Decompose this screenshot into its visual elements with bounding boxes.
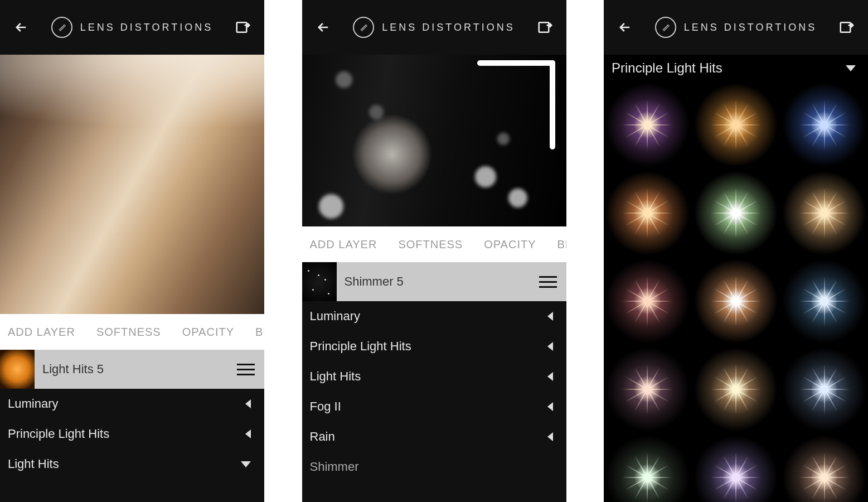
image-preview[interactable] bbox=[302, 55, 566, 226]
logo-icon bbox=[353, 17, 374, 38]
app-brand: LENS DISTORTIONS bbox=[655, 17, 817, 38]
effect-swatch[interactable] bbox=[780, 346, 868, 433]
tab-brightness[interactable]: BRIGHTNESS bbox=[557, 238, 566, 251]
logo-icon bbox=[655, 17, 676, 38]
effect-swatch[interactable] bbox=[604, 170, 691, 257]
app-title: LENS DISTORTIONS bbox=[382, 22, 515, 33]
caret-down-icon bbox=[846, 65, 856, 71]
caret-down-icon bbox=[241, 461, 251, 467]
tool-tabs: ADD LAYER SOFTNESS OPACITY BRIGHTNESS bbox=[0, 314, 264, 350]
caret-left-icon bbox=[547, 402, 553, 411]
app-brand: LENS DISTORTIONS bbox=[353, 17, 515, 38]
effect-swatch[interactable] bbox=[780, 170, 868, 257]
category-light-hits[interactable]: Light Hits bbox=[0, 449, 264, 479]
effect-swatch[interactable] bbox=[780, 81, 868, 168]
effect-swatch[interactable] bbox=[604, 434, 691, 502]
export-button[interactable] bbox=[534, 16, 556, 38]
caret-left-icon bbox=[547, 372, 553, 381]
effect-grid bbox=[604, 81, 868, 502]
tab-softness[interactable]: SOFTNESS bbox=[96, 326, 161, 339]
category-principle-light-hits[interactable]: Principle Light Hits bbox=[0, 419, 264, 449]
export-button[interactable] bbox=[232, 16, 254, 38]
category-dropdown[interactable]: Principle Light Hits bbox=[604, 55, 868, 81]
selected-effect-row[interactable]: Light Hits 5 bbox=[0, 350, 264, 389]
back-button[interactable] bbox=[10, 16, 32, 38]
tab-opacity[interactable]: OPACITY bbox=[182, 326, 234, 339]
current-category-label: Principle Light Hits bbox=[612, 60, 722, 76]
caret-left-icon bbox=[547, 312, 553, 321]
back-button[interactable] bbox=[312, 16, 334, 38]
category-luminary[interactable]: Luminary bbox=[0, 389, 264, 419]
category-label: Shimmer bbox=[310, 460, 359, 474]
effect-thumbnail bbox=[302, 262, 337, 301]
tab-brightness[interactable]: BRIGHTNESS bbox=[255, 326, 264, 339]
svg-rect-2 bbox=[841, 22, 851, 32]
effect-swatch[interactable] bbox=[780, 434, 868, 502]
selected-effect-label: Shimmer 5 bbox=[337, 274, 539, 289]
category-label: Luminary bbox=[310, 309, 360, 324]
tab-opacity[interactable]: OPACITY bbox=[484, 238, 536, 251]
app-header: LENS DISTORTIONS bbox=[604, 0, 868, 55]
selected-effect-row[interactable]: Shimmer 5 bbox=[302, 262, 566, 301]
effect-swatch[interactable] bbox=[692, 346, 780, 433]
category-shimmer[interactable]: Shimmer bbox=[302, 452, 566, 482]
caret-left-icon bbox=[547, 342, 553, 351]
tab-add-layer[interactable]: ADD LAYER bbox=[310, 238, 377, 251]
category-list: Luminary Principle Light Hits Light Hits… bbox=[302, 301, 566, 502]
app-screen-2: LENS DISTORTIONS ADD LAYER SOFTNESS OPAC… bbox=[302, 0, 566, 502]
effect-swatch[interactable] bbox=[692, 258, 780, 345]
category-list: Luminary Principle Light Hits Light Hits bbox=[0, 389, 264, 502]
reorder-handle-icon[interactable] bbox=[539, 276, 566, 288]
caret-left-icon bbox=[245, 429, 251, 438]
reorder-handle-icon[interactable] bbox=[236, 364, 264, 375]
category-light-hits[interactable]: Light Hits bbox=[302, 361, 566, 392]
tool-tabs: ADD LAYER SOFTNESS OPACITY BRIGHTNESS bbox=[302, 226, 566, 262]
category-label: Light Hits bbox=[310, 369, 361, 384]
effect-thumbnail bbox=[0, 350, 35, 389]
effect-swatch[interactable] bbox=[692, 81, 780, 168]
category-label: Principle Light Hits bbox=[310, 339, 411, 354]
back-button[interactable] bbox=[614, 16, 636, 38]
category-label: Rain bbox=[310, 429, 335, 444]
export-button[interactable] bbox=[836, 16, 858, 38]
app-header: LENS DISTORTIONS bbox=[302, 0, 566, 55]
svg-rect-1 bbox=[539, 22, 549, 32]
tab-add-layer[interactable]: ADD LAYER bbox=[8, 326, 75, 339]
effect-swatch[interactable] bbox=[604, 81, 691, 168]
category-label: Luminary bbox=[8, 397, 58, 411]
app-title: LENS DISTORTIONS bbox=[80, 22, 213, 33]
svg-rect-0 bbox=[237, 22, 247, 32]
category-rain[interactable]: Rain bbox=[302, 422, 566, 452]
caret-left-icon bbox=[547, 432, 553, 441]
selected-effect-label: Light Hits 5 bbox=[35, 362, 236, 376]
image-preview[interactable] bbox=[0, 55, 264, 314]
app-title: LENS DISTORTIONS bbox=[684, 22, 817, 33]
tab-softness[interactable]: SOFTNESS bbox=[398, 238, 463, 251]
category-label: Fog II bbox=[310, 399, 341, 414]
app-brand: LENS DISTORTIONS bbox=[51, 17, 213, 38]
app-screen-1: LENS DISTORTIONS ADD LAYER SOFTNESS OPAC… bbox=[0, 0, 264, 502]
effect-swatch[interactable] bbox=[692, 434, 780, 502]
category-fog-ii[interactable]: Fog II bbox=[302, 392, 566, 422]
effect-swatch[interactable] bbox=[780, 258, 868, 345]
effect-swatch[interactable] bbox=[604, 346, 691, 433]
category-principle-light-hits[interactable]: Principle Light Hits bbox=[302, 331, 566, 361]
category-luminary[interactable]: Luminary bbox=[302, 301, 566, 331]
effect-swatch[interactable] bbox=[692, 170, 780, 257]
category-label: Principle Light Hits bbox=[8, 427, 109, 441]
app-header: LENS DISTORTIONS bbox=[0, 0, 264, 55]
caret-left-icon bbox=[245, 399, 251, 408]
effect-swatch[interactable] bbox=[604, 258, 691, 345]
category-label: Light Hits bbox=[8, 457, 59, 471]
app-screen-3: LENS DISTORTIONS Principle Light Hits bbox=[604, 0, 868, 502]
logo-icon bbox=[51, 17, 72, 38]
